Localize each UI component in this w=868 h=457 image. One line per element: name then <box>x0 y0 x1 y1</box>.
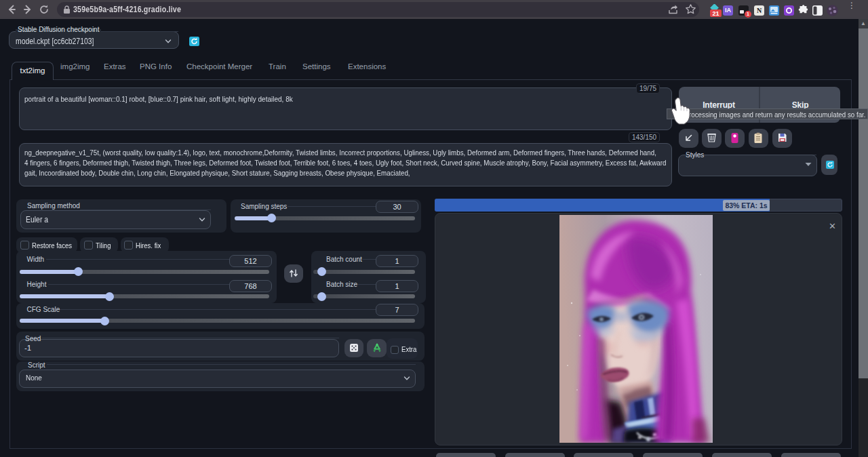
svg-text:21: 21 <box>712 10 719 17</box>
